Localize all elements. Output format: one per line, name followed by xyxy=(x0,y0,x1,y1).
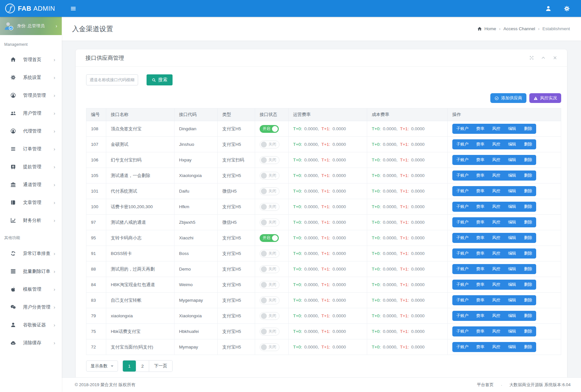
risk-button[interactable]: 风控 xyxy=(488,233,504,243)
subaccount-button[interactable]: 子账户 xyxy=(452,202,472,212)
risk-button[interactable]: 风控 xyxy=(488,202,504,212)
rate-button[interactable]: 费率 xyxy=(472,326,488,336)
delete-button[interactable]: 删除 xyxy=(520,171,536,181)
edit-button[interactable]: 编辑 xyxy=(504,280,520,290)
status-toggle[interactable]: 关闭 xyxy=(260,265,279,273)
edit-button[interactable]: 编辑 xyxy=(504,311,520,321)
risk-live-button[interactable]: 风控实况 xyxy=(529,93,561,103)
edit-button[interactable]: 编辑 xyxy=(504,326,520,336)
risk-button[interactable]: 风控 xyxy=(488,311,504,321)
status-toggle[interactable]: 关闭 xyxy=(260,250,279,258)
delete-button[interactable]: 删除 xyxy=(520,124,536,134)
sidebar-item-batch-delete-orders[interactable]: 批量删除订单 xyxy=(0,262,62,280)
sidebar-item-finance-analysis[interactable]: 财务分析 xyxy=(0,211,62,229)
sidebar-item-google-authenticator[interactable]: 谷歌验证器 xyxy=(0,316,62,334)
rate-button[interactable]: 费率 xyxy=(472,264,488,274)
sidebar-item-agent-management[interactable]: 代理管理 xyxy=(0,122,62,140)
edit-button[interactable]: 编辑 xyxy=(504,171,520,181)
rate-button[interactable]: 费率 xyxy=(472,248,488,259)
search-input[interactable] xyxy=(86,74,138,85)
page-size-dropdown[interactable]: 显示条数 xyxy=(86,360,118,372)
close-icon[interactable] xyxy=(553,56,557,60)
edit-button[interactable]: 编辑 xyxy=(504,202,520,212)
risk-button[interactable]: 风控 xyxy=(488,139,504,149)
rate-button[interactable]: 费率 xyxy=(472,155,488,165)
delete-button[interactable]: 删除 xyxy=(520,233,536,243)
sidebar-item-template-management[interactable]: 模板管理 xyxy=(0,280,62,298)
subaccount-button[interactable]: 子账户 xyxy=(452,155,472,165)
rate-button[interactable]: 费率 xyxy=(472,186,488,196)
platform-home-link[interactable]: 平台首页 xyxy=(477,382,494,388)
collapse-icon[interactable] xyxy=(541,56,546,60)
risk-button[interactable]: 风控 xyxy=(488,326,504,336)
rate-button[interactable]: 费率 xyxy=(472,217,488,227)
sidebar-item-order-management[interactable]: 订单管理 xyxy=(0,140,62,158)
rate-button[interactable]: 费率 xyxy=(472,171,488,181)
subaccount-button[interactable]: 子账户 xyxy=(452,280,472,290)
risk-button[interactable]: 风控 xyxy=(488,124,504,134)
page-button-1[interactable]: 1 xyxy=(123,360,136,372)
status-toggle[interactable]: 关闭 xyxy=(260,343,279,351)
rate-button[interactable]: 费率 xyxy=(472,311,488,321)
subaccount-button[interactable]: 子账户 xyxy=(452,139,472,149)
risk-button[interactable]: 风控 xyxy=(488,264,504,274)
sidebar-item-channel-management[interactable]: 通道管理 xyxy=(0,176,62,194)
edit-button[interactable]: 编辑 xyxy=(504,233,520,243)
delete-button[interactable]: 删除 xyxy=(520,280,536,290)
edit-button[interactable]: 编辑 xyxy=(504,155,520,165)
status-toggle[interactable]: 关闭 xyxy=(260,328,279,335)
sidebar-item-user-category[interactable]: 用户分类管理 xyxy=(0,298,62,316)
rate-button[interactable]: 费率 xyxy=(472,342,488,352)
subaccount-button[interactable]: 子账户 xyxy=(452,217,472,227)
edit-button[interactable]: 编辑 xyxy=(504,124,520,134)
next-page-button[interactable]: 下一页 xyxy=(149,360,172,372)
subaccount-button[interactable]: 子账户 xyxy=(452,311,472,321)
subaccount-button[interactable]: 子账户 xyxy=(452,186,472,196)
delete-button[interactable]: 删除 xyxy=(520,186,536,196)
rate-button[interactable]: 费率 xyxy=(472,139,488,149)
status-toggle[interactable]: 关闭 xyxy=(260,172,279,180)
subaccount-button[interactable]: 子账户 xyxy=(452,326,472,336)
edit-button[interactable]: 编辑 xyxy=(504,186,520,196)
sidebar-item-system-settings[interactable]: 系统设置 xyxy=(0,69,62,86)
risk-button[interactable]: 风控 xyxy=(488,295,504,305)
risk-button[interactable]: 风控 xyxy=(488,217,504,227)
sidebar-item-admin-management[interactable]: 管理员管理 xyxy=(0,86,62,104)
sidebar-item-user-management[interactable]: 用户管理 xyxy=(0,104,62,122)
delete-button[interactable]: 删除 xyxy=(520,342,536,352)
delete-button[interactable]: 删除 xyxy=(520,202,536,212)
status-toggle[interactable]: 关闭 xyxy=(260,297,279,304)
delete-button[interactable]: 删除 xyxy=(520,295,536,305)
sidebar-item-withdraw-management[interactable]: 提款管理 xyxy=(0,158,62,176)
delete-button[interactable]: 删除 xyxy=(520,326,536,336)
status-toggle[interactable]: 开启 xyxy=(260,234,279,242)
edit-button[interactable]: 编辑 xyxy=(504,342,520,352)
edit-button[interactable]: 编辑 xyxy=(504,217,520,227)
subaccount-button[interactable]: 子账户 xyxy=(452,295,472,305)
account-icon[interactable] xyxy=(543,4,553,14)
edit-button[interactable]: 编辑 xyxy=(504,295,520,305)
delete-button[interactable]: 删除 xyxy=(520,155,536,165)
edit-button[interactable]: 编辑 xyxy=(504,248,520,259)
sidebar-item-clear-cache[interactable]: 清除缓存 xyxy=(0,334,62,352)
delete-button[interactable]: 删除 xyxy=(520,264,536,274)
subaccount-button[interactable]: 子账户 xyxy=(452,342,472,352)
subaccount-button[interactable]: 子账户 xyxy=(452,171,472,181)
sidebar-item-abnormal-orders[interactable]: 异常订单排查 xyxy=(0,245,62,262)
status-toggle[interactable]: 关闭 xyxy=(260,219,279,226)
search-button[interactable]: 搜索 xyxy=(147,74,173,85)
breadcrumb-access-channel[interactable]: Access Channel xyxy=(503,26,542,31)
page-button-2[interactable]: 2 xyxy=(136,360,149,372)
delete-button[interactable]: 删除 xyxy=(520,311,536,321)
breadcrumb-home[interactable]: Home xyxy=(484,26,504,31)
status-toggle[interactable]: 关闭 xyxy=(260,187,279,195)
risk-button[interactable]: 风控 xyxy=(488,171,504,181)
risk-button[interactable]: 风控 xyxy=(488,248,504,259)
rate-button[interactable]: 费率 xyxy=(472,295,488,305)
subaccount-button[interactable]: 子账户 xyxy=(452,248,472,259)
rate-button[interactable]: 费率 xyxy=(472,280,488,290)
delete-button[interactable]: 删除 xyxy=(520,248,536,259)
subaccount-button[interactable]: 子账户 xyxy=(452,264,472,274)
menu-toggle-icon[interactable] xyxy=(69,4,78,13)
edit-button[interactable]: 编辑 xyxy=(504,264,520,274)
